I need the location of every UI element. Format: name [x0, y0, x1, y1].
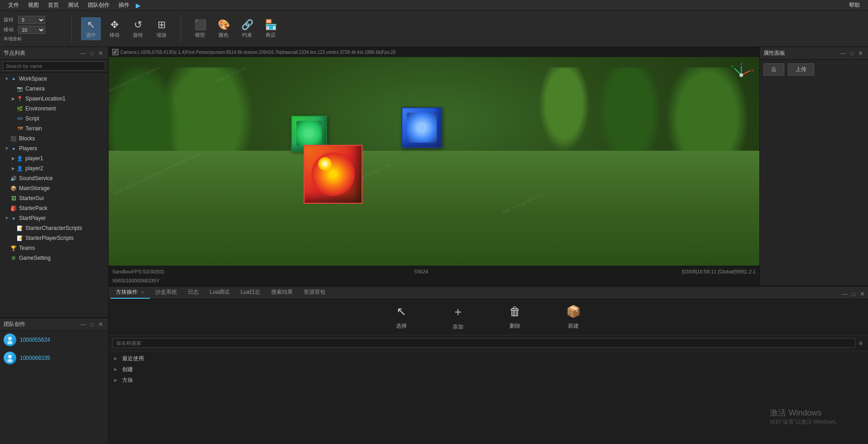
team-minimize[interactable]: —	[79, 321, 87, 328]
tree-item-charscript[interactable]: 📝 StarterCharacterScripts	[0, 223, 108, 233]
svg-text:Y: Y	[731, 65, 734, 69]
tree-item-startplayer[interactable]: ▼ ● StartPlayer	[0, 213, 108, 223]
menu-test[interactable]: 测试	[63, 0, 83, 10]
tree-item-gamesetting[interactable]: ⚙ GameSetting	[0, 253, 108, 263]
center-right-area: ✓ Camera:(-1606,6768,4130)(-1,4)First Pe…	[109, 47, 868, 444]
node-list-expand[interactable]: □	[89, 50, 95, 57]
op-delete[interactable]: 🗑 删除	[509, 305, 521, 330]
menu-team-create[interactable]: 团队创作	[83, 0, 114, 10]
user-item-1[interactable]: 1000055624	[0, 331, 108, 349]
bottom-tree-recent[interactable]: ▶ 最近使用	[109, 353, 868, 364]
tab-lua-debug[interactable]: Lua调试	[204, 286, 235, 299]
tab-sandbox-label: 沙盒系统	[155, 289, 177, 295]
op-new[interactable]: 📦 新建	[566, 305, 581, 330]
tree-item-player2[interactable]: ▶ 👤 player2	[0, 163, 108, 173]
fire-block-selected[interactable]	[304, 145, 362, 204]
script-icon: </>	[16, 115, 24, 122]
tab-log-label: 日志	[188, 289, 199, 295]
tree-item-spawn[interactable]: ▶ 📍 SpawnLocation1	[0, 94, 108, 104]
tool-constraint[interactable]: 🔗 约束	[237, 17, 257, 40]
tree-item-teams[interactable]: 🏆 Teams	[0, 243, 108, 253]
player1-expand-icon: ▶	[10, 156, 16, 161]
tree-item-gui[interactable]: 🖼 StarterGui	[0, 193, 108, 203]
team-creation-header: 团队创作 — □ ✕	[0, 318, 108, 331]
node-list-minimize[interactable]: —	[79, 50, 87, 57]
tree-item-env[interactable]: 🌿 Environment	[0, 104, 108, 114]
scale-label: 缩放	[157, 32, 167, 38]
tool-select[interactable]: ↖ 选中	[81, 17, 101, 40]
tool-shop[interactable]: 🏪 商店	[261, 17, 281, 40]
move-select[interactable]: 1051	[18, 26, 45, 34]
move-row: 移动 1051	[4, 26, 62, 34]
menu-view[interactable]: 视图	[24, 0, 43, 10]
tab-asset-bag[interactable]: 资源背包	[298, 286, 331, 299]
terrain-icon: 🗺	[16, 125, 24, 132]
user-item-2[interactable]: 1000068335	[0, 349, 108, 367]
tab-block-ops-close[interactable]: ✕	[141, 290, 144, 295]
tab-lua-log[interactable]: Lua日志	[235, 286, 266, 299]
camera-checkbox[interactable]: ✓	[112, 49, 119, 55]
right-panel-minimize[interactable]: —	[839, 50, 847, 57]
tree-item-sound[interactable]: 🔊 SoundService	[0, 173, 108, 183]
gui-label: StarterGui	[19, 195, 44, 201]
tool-color[interactable]: 🎨 颜色	[214, 17, 234, 40]
bottom-maximize[interactable]: □	[851, 291, 857, 298]
bottom-tree-blocks[interactable]: ▶ 方块	[109, 375, 868, 386]
asset-group: ⬛ 模型 🎨 颜色 🔗 约束 🏪 商店	[190, 17, 281, 40]
rotate-select[interactable]: 5154590	[18, 16, 45, 24]
tab-lua-log-label: Lua日志	[240, 289, 260, 295]
right-panel-maximize[interactable]: □	[849, 50, 855, 57]
tree-item-terrain[interactable]: 🗺 Terrain	[0, 124, 108, 134]
node-list-controls: — □ ✕	[79, 49, 105, 57]
tool-rotate[interactable]: ↺ 旋转	[128, 17, 148, 40]
tab-log[interactable]: 日志	[182, 286, 204, 299]
cloud-button[interactable]: 云	[763, 63, 784, 76]
bottom-search-menu-icon[interactable]: ≡	[857, 339, 864, 348]
user-avatar-1	[4, 334, 16, 346]
team-expand[interactable]: □	[89, 321, 95, 328]
tab-search-result[interactable]: 搜索结果	[266, 286, 298, 299]
upload-button[interactable]: 上传	[788, 63, 814, 76]
op-add[interactable]: ＋ 添加	[452, 304, 464, 331]
move-label: 移动	[4, 26, 16, 33]
op-select[interactable]: ↖ 选择	[396, 305, 407, 330]
script-label: Script	[25, 115, 39, 122]
right-panel-btn-group: 云 上传	[760, 60, 868, 79]
tree-item-storage[interactable]: 📦 MainStorage	[0, 183, 108, 193]
tab-block-ops[interactable]: 方块操作 ✕	[110, 286, 150, 299]
node-search-input[interactable]	[3, 62, 105, 71]
tool-scale[interactable]: ⊞ 缩放	[152, 17, 172, 40]
left-panel: 节点列表 — □ ✕ ▼ ● WorkSpace 📷 Camera	[0, 47, 109, 444]
help-button[interactable]: 帮助	[844, 0, 864, 10]
pack-label: StarterPack	[19, 205, 48, 211]
team-close[interactable]: ✕	[97, 320, 105, 328]
bottom-search-input[interactable]	[112, 338, 855, 348]
op-add-icon: ＋	[452, 304, 464, 320]
play-button[interactable]: ▶	[136, 2, 141, 9]
viewport-canvas[interactable]: F:/Sandbox_MiniGame_Bin/AssetRuntime/../…	[109, 57, 759, 266]
tree-item-pack[interactable]: 🎒 StarterPack	[0, 203, 108, 213]
tree-item-camera[interactable]: 📷 Camera	[0, 84, 108, 94]
bottom-close[interactable]: ✕	[858, 290, 866, 298]
tree-item-blocks[interactable]: ⬛ Blocks	[0, 134, 108, 143]
tree-item-script[interactable]: </> Script	[0, 114, 108, 124]
tree-item-workspace[interactable]: ▼ ● WorkSpace	[0, 74, 108, 84]
viewport-time: [03/08]16:58:11 [Global[999]1.2.1	[682, 269, 756, 274]
create-label: 创建	[122, 366, 133, 373]
bottom-tree-create[interactable]: ▶ 创建	[109, 364, 868, 375]
bottom-minimize[interactable]: —	[841, 291, 849, 298]
menu-plugin[interactable]: 插件	[114, 0, 134, 10]
tree-item-players[interactable]: ▼ ● Players	[0, 143, 108, 153]
toolbar-sep-1	[72, 15, 72, 43]
tool-model[interactable]: ⬛ 模型	[190, 17, 210, 40]
viewport-coords: X66SI10000068335Y	[112, 278, 160, 283]
menu-file[interactable]: 文件	[4, 0, 24, 10]
node-list-close[interactable]: ✕	[97, 49, 105, 57]
menu-home[interactable]: 首页	[43, 0, 63, 10]
right-panel-close[interactable]: ✕	[857, 49, 864, 57]
tab-lua-debug-label: Lua调试	[210, 289, 229, 295]
tab-sandbox[interactable]: 沙盒系统	[150, 286, 182, 299]
tree-item-playerscript[interactable]: 📝 StarterPlayerScripts	[0, 233, 108, 243]
tool-move[interactable]: ✥ 移动	[105, 17, 124, 40]
tree-item-player1[interactable]: ▶ 👤 player1	[0, 153, 108, 163]
